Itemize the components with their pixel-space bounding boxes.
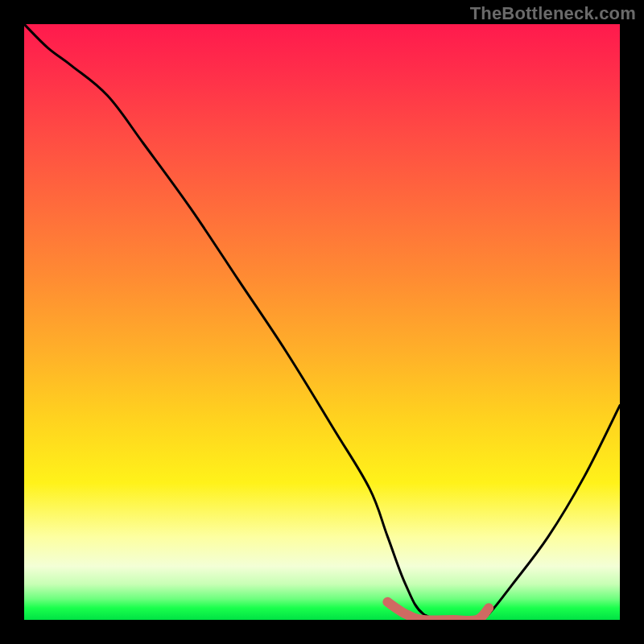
heat-gradient-background bbox=[24, 24, 620, 620]
plot-area bbox=[24, 24, 620, 620]
chart-stage: TheBottleneck.com bbox=[0, 0, 644, 644]
watermark-text: TheBottleneck.com bbox=[470, 3, 636, 24]
